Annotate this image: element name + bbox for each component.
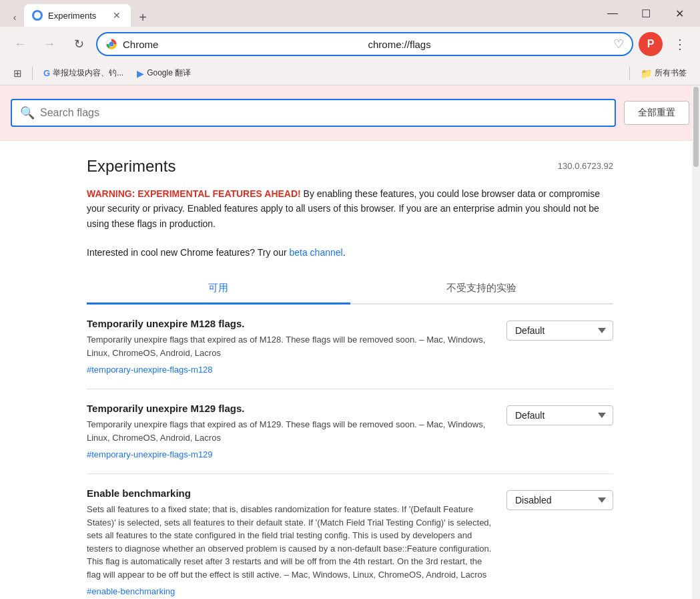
address-url: chrome://flags [368,39,609,50]
chrome-label: Chrome [123,39,363,50]
back-button[interactable]: ← [8,32,32,56]
flag-item-m128: Temporarily unexpire M128 flags. Tempora… [87,305,613,389]
content-area: 🔍 全部重置 Experiments 130.0.6723.92 WARNING… [0,85,700,599]
title-bar: ‹ Experiments ✕ + — ☐ ✕ [0,0,700,27]
scrollbar-thumb[interactable] [693,87,699,167]
bookmark-star-icon[interactable]: ♡ [613,37,624,51]
interest-text: Interested in cool new Chrome features? … [87,247,613,258]
navigation-bar: ← → ↻ Chrome chrome://flags ♡ P ⋮ [0,27,700,61]
separator-2 [629,67,630,80]
svg-point-1 [109,42,114,47]
flag-link-benchmarking[interactable]: #enable-benchmarking [87,586,175,596]
flag-select-benchmarking[interactable]: Default Enabled Disabled [506,490,613,510]
flag-link-m128[interactable]: #temporary-unexpire-flags-m128 [87,365,213,375]
flag-item-m129: Temporarily unexpire M129 flags. Tempora… [87,389,613,474]
beta-channel-link[interactable]: beta channel [289,247,342,258]
flag-details-benchmarking: Enable benchmarking Sets all features to… [87,487,496,597]
warning-box: WARNING: EXPERIMENTAL FEATURES AHEAD! By… [87,186,613,231]
minimize-button[interactable]: — [597,3,628,24]
page-title-row: Experiments 130.0.6723.92 [87,157,613,176]
all-bookmarks-label: 所有书签 [655,67,687,79]
tab-unsupported[interactable]: 不受支持的实验 [350,274,614,305]
window-controls: — ☐ ✕ [597,3,695,24]
flag-details-m129: Temporarily unexpire M129 flags. Tempora… [87,403,496,460]
flag-desc-benchmarking: Sets all features to a fixed state; that… [87,503,496,581]
flag-desc-m129: Temporarily unexpire flags that expired … [87,418,496,444]
flag-control-m129: Default Enabled Disabled [506,405,613,425]
prev-tabs-button[interactable]: ‹ [5,8,24,27]
flag-name-m128: Temporarily unexpire M128 flags. [87,318,496,329]
bookmark-label-2: Google 翻译 [147,67,191,79]
flag-desc-m128: Temporarily unexpire flags that expired … [87,333,496,359]
search-icon: 🔍 [20,106,35,120]
all-bookmarks-folder[interactable]: 📁 所有书签 [635,65,692,81]
bookmark-google-translate[interactable]: ▶ Google 翻译 [131,65,196,81]
tab-favicon [32,10,43,21]
browser-tab[interactable]: Experiments ✕ [24,4,131,27]
chrome-logo-icon [105,38,117,50]
warning-heading: WARNING: EXPERIMENTAL FEATURES AHEAD! [87,188,301,199]
new-tab-button[interactable]: + [133,8,152,27]
separator-1 [32,67,33,80]
version-text: 130.0.6723.92 [558,157,613,171]
flag-item-benchmarking: Enable benchmarking Sets all features to… [87,474,613,599]
flag-select-m128[interactable]: Default Enabled Disabled [506,321,613,341]
flags-search-area: 🔍 全部重置 [0,85,700,141]
bookmark-google-report[interactable]: G 举报垃圾内容、钓... [38,65,129,81]
page-title: Experiments [87,157,176,176]
folder-icon: 📁 [641,68,652,79]
maximize-button[interactable]: ☐ [631,3,661,24]
apps-button[interactable]: ⊞ [8,64,27,83]
forward-button[interactable]: → [37,32,61,56]
flag-name-benchmarking: Enable benchmarking [87,487,496,499]
tab-close-button[interactable]: ✕ [111,9,123,21]
tab-available[interactable]: 可用 [87,274,350,305]
flag-control-m128: Default Enabled Disabled [506,321,613,341]
google-icon: G [43,68,50,78]
tab-title: Experiments [48,11,105,21]
tab-bar: ‹ Experiments ✕ + [5,0,592,27]
profile-avatar[interactable]: P [639,32,663,56]
close-button[interactable]: ✕ [664,3,695,24]
bookmark-label-1: 举报垃圾内容、钓... [53,67,123,79]
scrollbar[interactable] [692,85,700,599]
flag-select-m129[interactable]: Default Enabled Disabled [506,405,613,425]
flag-link-m129[interactable]: #temporary-unexpire-flags-m129 [87,449,213,459]
reload-button[interactable]: ↻ [67,32,91,56]
tabs-navigation: 可用 不受支持的实验 [87,274,613,305]
flags-content: Experiments 130.0.6723.92 WARNING: EXPER… [0,141,700,599]
search-input[interactable] [40,107,607,119]
flag-details-m128: Temporarily unexpire M128 flags. Tempora… [87,318,496,375]
search-box[interactable]: 🔍 [11,99,616,127]
interest-text-prefix: Interested in cool new Chrome features? … [87,247,289,258]
more-options-button[interactable]: ⋮ [668,32,692,56]
translate-icon: ▶ [137,68,144,79]
interest-text-end: . [343,247,346,258]
reset-all-button[interactable]: 全部重置 [624,101,689,125]
flag-name-m129: Temporarily unexpire M129 flags. [87,403,496,414]
flag-control-benchmarking: Default Enabled Disabled [506,490,613,510]
address-bar[interactable]: Chrome chrome://flags ♡ [96,32,633,56]
bookmarks-bar: ⊞ G 举报垃圾内容、钓... ▶ Google 翻译 📁 所有书签 [0,61,700,85]
